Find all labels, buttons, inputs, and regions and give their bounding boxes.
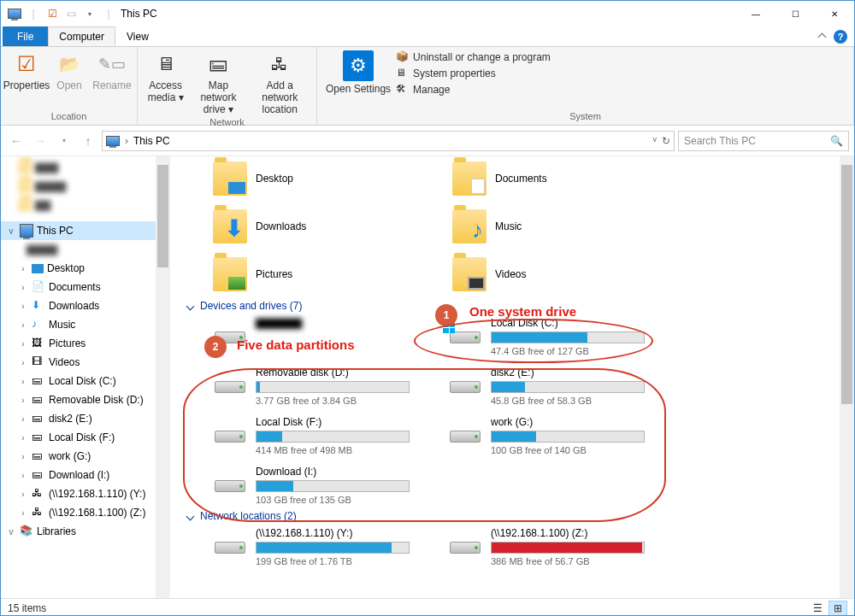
tree-work-g[interactable]: ›🖴work (G:) bbox=[1, 447, 170, 466]
forward-button[interactable]: → bbox=[30, 131, 50, 151]
tree-local-c-label: Local Disk (C:) bbox=[49, 375, 116, 387]
tree-libraries[interactable]: v📚Libraries bbox=[1, 522, 170, 541]
folder-documents[interactable]: Documents bbox=[452, 158, 675, 199]
drive-d[interactable]: Removable disk (D:)3.77 GB free of 3.84 … bbox=[213, 367, 431, 406]
back-button[interactable]: ← bbox=[6, 131, 27, 151]
drive-c[interactable]: Local Disk (C:)47.4 GB free of 127 GB bbox=[448, 317, 666, 356]
tree-local-f[interactable]: ›🖴Local Disk (F:) bbox=[1, 428, 170, 447]
tree-videos[interactable]: ›🎞Videos bbox=[1, 353, 170, 372]
tree-documents[interactable]: ›📄Documents bbox=[1, 278, 170, 296]
tree-net-y[interactable]: ›🖧(\\192.168.1.110) (Y:) bbox=[1, 484, 170, 503]
folder-downloads[interactable]: ⬇Downloads bbox=[213, 206, 435, 247]
tree-download-i-label: Download (I:) bbox=[49, 469, 109, 481]
downloads-folder-icon: ⬇ bbox=[213, 209, 247, 243]
tree-downloads-label: Downloads bbox=[49, 300, 99, 312]
search-placeholder: Search This PC bbox=[684, 135, 756, 147]
group-system-label: System bbox=[322, 111, 848, 123]
open-settings-button[interactable]: ⚙Open Settings bbox=[322, 49, 394, 97]
tab-computer[interactable]: Computer bbox=[48, 26, 115, 46]
tree-removable-d[interactable]: ›🖴Removable Disk (D:) bbox=[1, 390, 170, 409]
drive-e-free: 45.8 GB free of 58.3 GB bbox=[491, 396, 666, 406]
tree-music[interactable]: ›♪Music bbox=[1, 315, 170, 334]
search-box[interactable]: Search This PC 🔍 bbox=[678, 131, 849, 151]
network-drive-icon bbox=[450, 542, 481, 554]
properties-qat-icon[interactable]: ☑ bbox=[45, 7, 59, 21]
tree-desktop[interactable]: ›Desktop bbox=[1, 259, 170, 278]
address-dropdown-icon[interactable]: v bbox=[653, 135, 657, 147]
folder-pictures[interactable]: Pictures bbox=[213, 254, 435, 295]
netloc-z[interactable]: (\\192.168.1.100) (Z:)386 MB free of 56.… bbox=[448, 527, 666, 566]
open-settings-label: Open Settings bbox=[326, 83, 391, 95]
help-icon[interactable]: ? bbox=[834, 30, 847, 44]
uninstall-button[interactable]: 📦Uninstall or change a program bbox=[396, 50, 551, 64]
collapse-ribbon-icon[interactable] bbox=[818, 32, 827, 41]
section-network[interactable]: Network locations (2) bbox=[187, 505, 854, 527]
drive-icon: 🖴 bbox=[32, 431, 45, 444]
quick-access-toolbar: | ☑ ▭ ▾ | bbox=[1, 7, 115, 21]
tiles-view-button[interactable]: ⊞ bbox=[828, 601, 847, 616]
new-folder-qat-icon[interactable]: ▭ bbox=[64, 7, 78, 21]
uninstall-icon: 📦 bbox=[396, 50, 410, 64]
map-drive-button[interactable]: 🖴Map network drive ▾ bbox=[190, 49, 246, 117]
drive-icon: 🖴 bbox=[32, 449, 45, 463]
pc-icon bbox=[20, 224, 33, 238]
add-network-location-button[interactable]: 🖧Add a network location bbox=[248, 49, 311, 117]
up-button[interactable]: ↑ bbox=[78, 131, 98, 151]
ribbon: ☑Properties 📂Open ✎▭Rename Location 🖥Acc… bbox=[1, 47, 854, 126]
folder-music[interactable]: ♪Music bbox=[452, 206, 675, 247]
tree-scrollbar[interactable] bbox=[156, 156, 170, 598]
pc-icon bbox=[8, 7, 21, 21]
system-properties-button[interactable]: 🖥System properties bbox=[396, 67, 551, 80]
access-media-button[interactable]: 🖥Access media ▾ bbox=[143, 49, 188, 105]
tab-view[interactable]: View bbox=[115, 26, 160, 46]
folder-downloads-label: Downloads bbox=[256, 220, 306, 232]
folder-pictures-label: Pictures bbox=[256, 268, 292, 280]
pictures-icon: 🖼 bbox=[32, 337, 45, 350]
tree-local-c[interactable]: ›🖴Local Disk (C:) bbox=[1, 372, 170, 390]
drive-g-free: 100 GB free of 140 GB bbox=[491, 445, 666, 455]
properties-button[interactable]: ☑Properties bbox=[6, 49, 47, 93]
tree-downloads[interactable]: ›⬇Downloads bbox=[1, 296, 170, 315]
tree-disk2-e[interactable]: ›🖴disk2 (E:) bbox=[1, 409, 170, 428]
tree-pictures-label: Pictures bbox=[49, 337, 86, 349]
recent-dropdown[interactable]: ▾ bbox=[54, 131, 74, 151]
navigation-pane[interactable]: ▇▇▇ ▇▇▇▇ ▇▇ vThis PC ▇▇▇▇ ›Desktop ›📄Doc… bbox=[1, 156, 170, 598]
drive-c-name: Local Disk (C:) bbox=[491, 317, 666, 329]
drive-f[interactable]: Local Disk (F:)414 MB free of 498 MB bbox=[213, 416, 431, 455]
drive-e[interactable]: disk2 (E:)45.8 GB free of 58.3 GB bbox=[448, 367, 666, 406]
drive-i[interactable]: Download (I:)103 GB free of 135 GB bbox=[213, 466, 431, 505]
drive-c-free: 47.4 GB free of 127 GB bbox=[491, 346, 666, 356]
tree-net-z[interactable]: ›🖧(\\192.168.1.100) (Z:) bbox=[1, 503, 170, 522]
refresh-button[interactable]: ↻ bbox=[662, 135, 670, 147]
close-button[interactable]: ✕ bbox=[815, 1, 854, 26]
address-bar-row: ← → ▾ ↑ › This PC v ↻ Search This PC 🔍 bbox=[1, 126, 854, 156]
folder-videos[interactable]: Videos bbox=[452, 254, 675, 295]
tree-work-g-label: work (G:) bbox=[49, 450, 91, 462]
status-item-count: 15 items bbox=[8, 602, 46, 614]
section-devices-label: Devices and drives (7) bbox=[200, 300, 302, 312]
content-pane: Desktop Documents ⬇Downloads ♪Music Pict… bbox=[170, 156, 854, 598]
address-bar[interactable]: › This PC v ↻ bbox=[102, 131, 675, 151]
tree-libraries-label: Libraries bbox=[37, 525, 76, 537]
maximize-button[interactable]: ☐ bbox=[775, 1, 815, 26]
tree-pictures[interactable]: ›🖼Pictures bbox=[1, 334, 170, 353]
manage-label: Manage bbox=[413, 84, 450, 96]
drive-g[interactable]: work (G:)100 GB free of 140 GB bbox=[448, 416, 666, 455]
netloc-y-name: (\\192.168.1.110) (Y:) bbox=[256, 527, 431, 539]
documents-folder-icon bbox=[452, 161, 486, 196]
tree-this-pc[interactable]: vThis PC bbox=[1, 221, 170, 240]
annotation-one-system: One system drive bbox=[469, 304, 576, 319]
documents-icon: 📄 bbox=[32, 280, 45, 294]
manage-button[interactable]: 🛠Manage bbox=[396, 83, 551, 97]
drive-f-free: 414 MB free of 498 MB bbox=[256, 445, 431, 455]
tree-download-i[interactable]: ›🖴Download (I:) bbox=[1, 466, 170, 484]
folder-music-label: Music bbox=[495, 220, 522, 232]
status-bar: 15 items ☰ ⊞ bbox=[1, 598, 854, 616]
content-scrollbar[interactable] bbox=[840, 156, 854, 598]
tab-file[interactable]: File bbox=[3, 26, 48, 46]
folder-desktop[interactable]: Desktop bbox=[213, 158, 435, 199]
netloc-y[interactable]: (\\192.168.1.110) (Y:)199 GB free of 1.7… bbox=[213, 527, 431, 566]
details-view-button[interactable]: ☰ bbox=[808, 601, 827, 616]
qat-dropdown-icon[interactable]: ▾ bbox=[83, 7, 97, 21]
minimize-button[interactable]: — bbox=[736, 1, 775, 26]
